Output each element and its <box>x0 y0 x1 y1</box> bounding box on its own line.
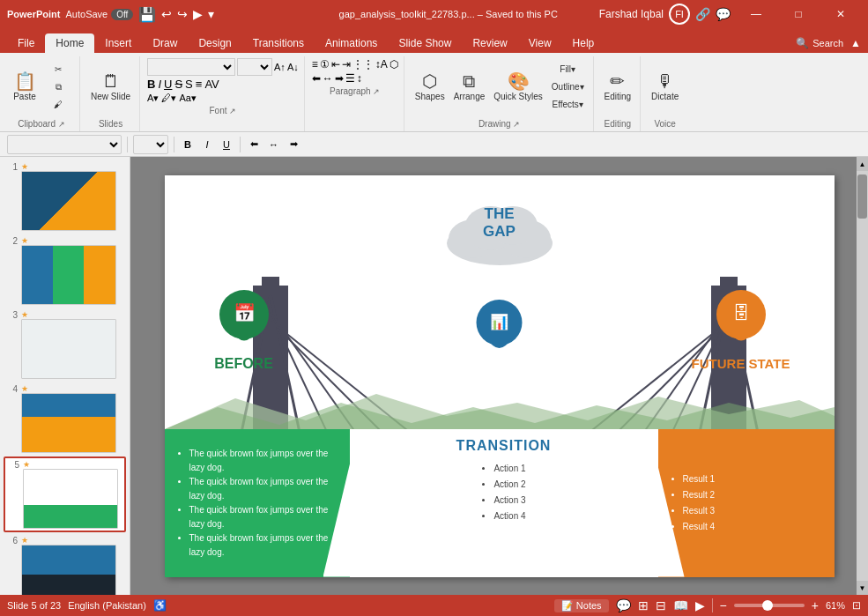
scroll-thumb[interactable] <box>857 174 867 219</box>
strikethrough-button[interactable]: S <box>174 78 182 91</box>
reading-view-button[interactable]: 📖 <box>673 598 688 612</box>
accessibility-icon[interactable]: ♿ <box>153 599 167 612</box>
clipboard-expand-icon[interactable]: ↗ <box>58 120 65 129</box>
share-icon[interactable]: 🔗 <box>695 7 710 21</box>
highlight-button[interactable]: 🖊▾ <box>161 93 176 104</box>
canvas-area[interactable]: ▲ ▼ THE GAP <box>130 157 868 595</box>
fmt-italic[interactable]: I <box>199 138 215 151</box>
arrange-button[interactable]: ⧉ Arrange <box>450 62 489 113</box>
fmt-align-center[interactable]: ↔ <box>265 138 282 151</box>
shadow-button[interactable]: S <box>185 78 193 91</box>
redo-icon[interactable]: ↪ <box>177 7 188 21</box>
fmt-align-left[interactable]: ⬅ <box>246 137 262 151</box>
shape-effects-button[interactable]: Effects▾ <box>548 97 588 113</box>
convert-smartart-button[interactable]: ⬡ <box>389 58 398 71</box>
zoom-in-button[interactable]: + <box>812 598 819 612</box>
font-color-button[interactable]: A▾ <box>147 93 159 104</box>
align-left-button[interactable]: ⬅ <box>312 72 321 85</box>
ribbon-search-area[interactable]: 🔍 Search <box>796 37 843 53</box>
shape-outline-button[interactable]: Outline▾ <box>548 79 588 95</box>
tab-view[interactable]: View <box>518 33 562 53</box>
char-spacing-icon[interactable]: AV <box>204 78 219 91</box>
undo-icon[interactable]: ↩ <box>161 7 172 21</box>
fit-to-window-button[interactable]: ⊡ <box>852 599 861 612</box>
shape-fill-button[interactable]: Fill▾ <box>548 62 588 78</box>
underline-button[interactable]: U <box>164 78 172 91</box>
slide-item-6[interactable]: 6 ★ <box>4 534 126 595</box>
font-family-select[interactable] <box>147 58 235 76</box>
copy-button[interactable]: ⧉ <box>42 79 74 95</box>
autosave-area[interactable]: AutoSave Off <box>66 9 134 20</box>
ribbon-collapse[interactable]: ▲ <box>850 37 861 53</box>
tab-review[interactable]: Review <box>462 33 517 53</box>
tab-home[interactable]: Home <box>45 33 94 53</box>
font-grow-icon[interactable]: A↑ <box>274 62 286 72</box>
zoom-out-button[interactable]: − <box>720 598 727 612</box>
fmt-bold[interactable]: B <box>180 138 196 151</box>
italic-button[interactable]: I <box>158 78 161 91</box>
slideshow-button[interactable]: ▶ <box>695 598 705 612</box>
font-shrink-icon[interactable]: A↓ <box>287 62 299 72</box>
cols-button[interactable]: ⋮⋮ <box>352 58 374 71</box>
notes-button[interactable]: 📝 Notes <box>554 599 609 612</box>
decrease-indent-button[interactable]: ⇤ <box>331 58 340 71</box>
numbering-button[interactable]: ① <box>320 58 330 71</box>
slide-item-5[interactable]: 5 ★ <box>4 456 126 532</box>
tab-insert[interactable]: Insert <box>94 33 142 53</box>
tab-slideshow[interactable]: Slide Show <box>388 33 462 53</box>
slide-item-2[interactable]: 2 ★ <box>4 234 126 307</box>
style-select[interactable] <box>7 135 122 154</box>
quick-styles-button[interactable]: 🎨 Quick Styles <box>490 62 546 113</box>
cut-button[interactable]: ✂ <box>42 62 74 78</box>
comments-button[interactable]: 💬 <box>616 598 631 612</box>
vertical-scrollbar[interactable]: ▲ ▼ <box>857 157 868 595</box>
para-expand-icon[interactable]: ↗ <box>373 87 380 96</box>
comment-icon[interactable]: 💬 <box>716 7 731 21</box>
paste-button[interactable]: 📋 Paste <box>9 62 41 113</box>
case-button[interactable]: Aa▾ <box>179 93 196 104</box>
slide-item-4[interactable]: 4 ★ <box>4 382 126 455</box>
present-icon[interactable]: ▶ <box>193 7 203 21</box>
drawing-expand-icon[interactable]: ↗ <box>513 120 520 129</box>
new-slide-button[interactable]: 🗒 New Slide <box>87 62 134 113</box>
format-painter-button[interactable]: 🖌 <box>42 97 74 113</box>
tab-file[interactable]: File <box>7 33 45 53</box>
more-icon[interactable]: ▾ <box>208 7 214 21</box>
font-expand-icon[interactable]: ↗ <box>229 107 236 115</box>
align-center-button[interactable]: ↔ <box>323 72 333 85</box>
increase-indent-button[interactable]: ⇥ <box>342 58 351 71</box>
zoom-level[interactable]: 61% <box>826 600 845 611</box>
autosave-toggle[interactable]: Off <box>111 9 133 20</box>
bold-button[interactable]: B <box>147 78 155 91</box>
tab-animations[interactable]: Animations <box>315 33 388 53</box>
zoom-slider[interactable] <box>734 604 805 607</box>
slide-item-1[interactable]: 1 ★ <box>4 160 126 233</box>
shapes-button[interactable]: ⬡ Shapes <box>412 62 449 113</box>
fontsize-select[interactable] <box>133 135 168 154</box>
fmt-align-right[interactable]: ➡ <box>286 137 301 151</box>
tab-design[interactable]: Design <box>188 33 241 53</box>
save-icon[interactable]: 💾 <box>138 6 156 23</box>
text-spacing-icon[interactable]: ≡ <box>196 78 203 91</box>
bullets-button[interactable]: ≡ <box>312 58 318 71</box>
text-dir-button[interactable]: ↕A <box>375 58 388 71</box>
normal-view-button[interactable]: ⊞ <box>638 598 649 612</box>
slide-item-3[interactable]: 3 ★ <box>4 308 126 381</box>
maximize-button[interactable]: □ <box>778 0 819 28</box>
scroll-up-button[interactable]: ▲ <box>857 157 868 171</box>
tab-transitions[interactable]: Transitions <box>242 33 315 53</box>
scroll-down-button[interactable]: ▼ <box>857 581 868 595</box>
align-right-button[interactable]: ➡ <box>335 72 344 85</box>
tab-draw[interactable]: Draw <box>142 33 188 53</box>
fmt-underline[interactable]: U <box>219 138 234 151</box>
justify-button[interactable]: ☰ <box>345 72 355 85</box>
dictate-button[interactable]: 🎙 Dictate <box>648 62 682 113</box>
font-size-select[interactable] <box>237 58 272 76</box>
minimize-button[interactable]: — <box>736 0 776 28</box>
line-spacing-button[interactable]: ↕ <box>357 72 362 85</box>
tab-help[interactable]: Help <box>562 33 605 53</box>
window-controls[interactable]: — □ ✕ <box>736 0 861 28</box>
close-button[interactable]: ✕ <box>820 0 861 28</box>
slide-sorter-button[interactable]: ⊟ <box>656 598 666 612</box>
editing-button[interactable]: ✏ Editing <box>601 62 635 113</box>
